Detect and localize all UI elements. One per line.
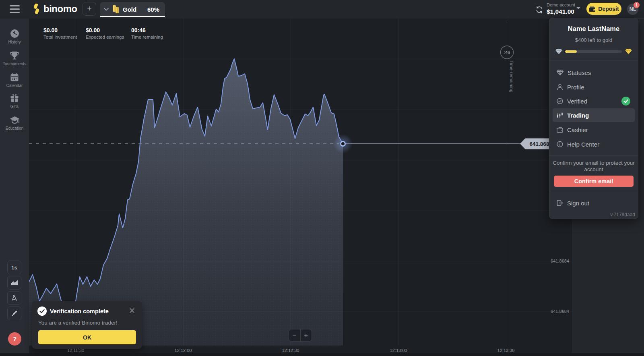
- chart-type-button[interactable]: [7, 276, 21, 290]
- area-chart-icon: [11, 279, 18, 286]
- email-note-line1: Confirm your email to protect your: [553, 160, 634, 166]
- time-remaining-axis-label: Time remaining: [509, 60, 514, 93]
- gold-gem-icon: [625, 48, 632, 55]
- account-chevron-down-icon[interactable]: [576, 7, 581, 10]
- zoom-in-button[interactable]: +: [301, 329, 312, 341]
- sidebar-item-gifts[interactable]: Gifts: [0, 93, 29, 109]
- wallet-icon: [589, 6, 596, 12]
- menu-item-statuses[interactable]: Statuses: [553, 66, 635, 79]
- stat-value: $0.00: [86, 27, 124, 33]
- stat-label: Total investment: [43, 35, 77, 39]
- menu-item-label: Verified: [567, 98, 587, 105]
- email-confirm-note: Confirm your email to protect your accou…: [552, 160, 635, 172]
- sidebar-item-label: Calendar: [0, 83, 29, 88]
- sidebar-item-label: Education: [0, 126, 29, 130]
- menu-item-label: Statuses: [568, 69, 591, 76]
- indicators-button[interactable]: [7, 291, 21, 305]
- trading-candles-icon: [557, 112, 563, 119]
- drawing-tools-button[interactable]: [7, 306, 21, 320]
- sidebar-item-label: History: [0, 40, 29, 44]
- verified-green-badge: [621, 97, 630, 106]
- chart-interval-button[interactable]: 1s: [7, 261, 21, 274]
- sidebar-item-label: Tournaments: [0, 62, 29, 66]
- asset-tab-gold[interactable]: Gold 60%: [100, 2, 165, 17]
- zoom-out-button[interactable]: −: [289, 329, 301, 341]
- asset-name: Gold: [123, 6, 136, 13]
- logo-text: binomo: [43, 3, 77, 14]
- svg-text:641.868: 641.868: [530, 141, 549, 147]
- menu-item-label: Profile: [567, 84, 584, 91]
- deposit-button[interactable]: Deposit: [586, 3, 621, 15]
- user-menu: Name LastName $400 left to gold Statuses…: [549, 18, 638, 219]
- verified-icon: [557, 98, 563, 104]
- menu-item-help-center[interactable]: Help Center: [553, 137, 635, 151]
- account-balance: $1,041.00: [547, 8, 579, 15]
- toast-check-icon: [37, 306, 47, 316]
- menu-item-sign-out[interactable]: Sign out: [553, 197, 635, 209]
- deposit-label: Deposit: [598, 6, 619, 12]
- account-selector[interactable]: Demo account $1,041.00: [547, 2, 579, 15]
- bottom-edge: [0, 353, 644, 356]
- stat-time-remaining: 00:46 Time remaining: [131, 27, 163, 39]
- user-name: Name LastName: [549, 25, 638, 33]
- menu-item-profile[interactable]: Profile: [553, 80, 635, 94]
- hamburger-menu-icon[interactable]: [10, 5, 20, 13]
- account-type: Demo account: [547, 2, 579, 7]
- compass-icon: [11, 294, 18, 302]
- confirm-email-button[interactable]: Confirm email: [554, 176, 634, 187]
- pencil-icon: [11, 310, 18, 317]
- top-bar: binomo + Gold 60% Demo account $1,041.00: [0, 0, 644, 19]
- verification-toast: Verification complete You are a verified…: [32, 301, 142, 349]
- sidebar-item-history[interactable]: History: [0, 29, 29, 44]
- menu-divider: [549, 155, 638, 155]
- history-clock-icon: [10, 29, 20, 39]
- menu-item-cashier[interactable]: Cashier: [553, 123, 635, 137]
- time-axis-label: 12:12:00: [175, 348, 192, 353]
- statuses-gem-icon: [557, 69, 564, 76]
- menu-item-trading[interactable]: Trading: [553, 108, 635, 122]
- help-info-icon: [557, 141, 563, 147]
- sidebar-item-education[interactable]: Education: [0, 115, 29, 130]
- binomo-bolt-icon: [32, 4, 41, 14]
- app-version: v.7179daad: [610, 212, 635, 217]
- email-note-line2: account: [584, 166, 603, 172]
- status-progress: [555, 48, 632, 55]
- cashier-wallet-icon: [557, 127, 563, 133]
- time-axis-label: 12:12:30: [282, 348, 299, 353]
- trophy-icon: [9, 51, 20, 60]
- toast-close-icon[interactable]: [129, 308, 135, 313]
- binomo-logo[interactable]: binomo: [32, 3, 77, 14]
- menu-item-verified[interactable]: Verified: [553, 94, 635, 108]
- asset-tab-active-indicator: [100, 16, 165, 17]
- menu-divider: [549, 192, 638, 192]
- countdown-badge-text: :46: [504, 50, 510, 55]
- sign-out-icon: [557, 200, 563, 206]
- price-axis-label: 641.8684: [551, 259, 569, 263]
- help-button[interactable]: ?: [8, 332, 21, 346]
- stat-value: 00:46: [131, 27, 163, 33]
- chevron-down-icon: [104, 8, 109, 11]
- sidebar-item-tournaments[interactable]: Tournaments: [0, 51, 29, 66]
- profile-icon: [557, 84, 563, 90]
- stat-label: Expected earnings: [86, 35, 124, 39]
- asset-payout: 60%: [147, 6, 159, 13]
- calendar-icon: [10, 72, 19, 82]
- silver-gem-icon: [555, 48, 562, 55]
- status-progress-bar: [565, 50, 622, 53]
- stat-expected-earnings: $0.00 Expected earnings: [86, 27, 124, 39]
- refresh-balance-icon[interactable]: [535, 6, 543, 14]
- menu-divider: [549, 60, 638, 60]
- left-sidebar: History Tournaments Calendar: [0, 19, 29, 353]
- status-progress-fill: [565, 50, 577, 53]
- stat-total-investment: $0.00 Total investment: [43, 27, 77, 39]
- sidebar-item-calendar[interactable]: Calendar: [0, 72, 29, 88]
- zoom-controls: − +: [289, 329, 312, 342]
- notification-badge: 1: [634, 2, 640, 8]
- current-point-marker: [341, 142, 345, 146]
- gift-icon: [10, 93, 19, 103]
- toast-ok-button[interactable]: OK: [38, 330, 136, 344]
- menu-item-label: Help Center: [567, 141, 599, 148]
- time-axis-label: 12:13:00: [390, 348, 407, 353]
- status-progress-caption: $400 left to gold: [549, 37, 638, 43]
- add-asset-button[interactable]: +: [83, 2, 96, 16]
